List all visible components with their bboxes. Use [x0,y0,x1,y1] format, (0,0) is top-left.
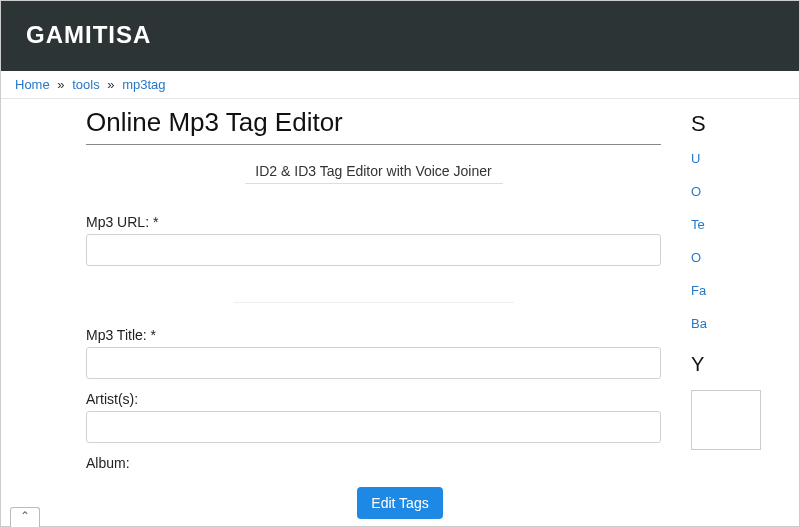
breadcrumb-home[interactable]: Home [15,77,50,92]
mp3-url-label: Mp3 URL: * [86,214,661,230]
page-title: Online Mp3 Tag Editor [86,107,661,145]
breadcrumb: Home » tools » mp3tag [1,71,799,99]
mp3-title-input[interactable] [86,347,661,379]
brand-logo[interactable]: GAMITISA [26,21,774,49]
sidebar-heading: S [691,111,791,137]
breadcrumb-sep: » [103,77,118,92]
mp3-title-label: Mp3 Title: * [86,327,661,343]
header: GAMITISA [1,1,799,71]
sidebar-link[interactable]: U [691,151,791,166]
breadcrumb-mp3tag[interactable]: mp3tag [122,77,165,92]
sidebar-link[interactable]: O [691,184,791,199]
scroll-top-tab[interactable]: ⌃ [10,507,40,527]
sidebar-heading-2: Y [691,353,791,376]
sidebar-box [691,390,761,450]
footer-actions: Edit Tags [0,487,800,519]
artist-input[interactable] [86,411,661,443]
sidebar-link[interactable]: Ba [691,316,791,331]
sidebar-link[interactable]: Fa [691,283,791,298]
breadcrumb-tools[interactable]: tools [72,77,99,92]
sidebar: S U O Te O Fa Ba Y [691,107,791,483]
sidebar-link[interactable]: Te [691,217,791,232]
main-content: Online Mp3 Tag Editor ID2 & ID3 Tag Edit… [1,107,691,483]
edit-tags-button[interactable]: Edit Tags [357,487,442,519]
breadcrumb-sep: » [53,77,68,92]
field-mp3-url: Mp3 URL: * [86,214,661,266]
sidebar-link[interactable]: O [691,250,791,265]
page-subtitle: ID2 & ID3 Tag Editor with Voice Joiner [245,163,503,184]
field-mp3-title: Mp3 Title: * [86,327,661,379]
divider [234,302,514,303]
mp3-url-input[interactable] [86,234,661,266]
field-album: Album: [86,455,661,471]
artist-label: Artist(s): [86,391,661,407]
field-artist: Artist(s): [86,391,661,443]
album-label: Album: [86,455,661,471]
